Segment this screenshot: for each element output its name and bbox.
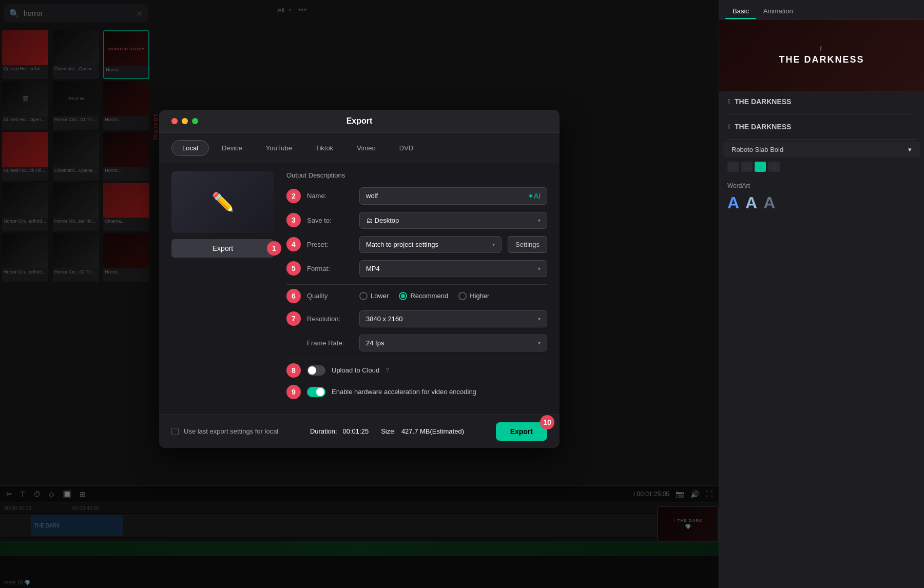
change-thumbnail-button[interactable]: Export [171, 239, 274, 258]
export-btn-wrapper: 10 Export [496, 422, 547, 441]
quality-row: 6 Quality Lower Recommen [286, 289, 547, 303]
wordart-sample-2[interactable]: A [745, 193, 757, 212]
thumbnail-preview: ✏️ [171, 171, 274, 233]
tab-basic[interactable]: Basic [725, 4, 756, 19]
tab-youtube[interactable]: YouTube [255, 140, 303, 156]
step-badge-6: 6 [286, 289, 301, 303]
toggle-knob-cloud [308, 366, 316, 375]
preset-label: Preset: [307, 241, 353, 248]
step-badge-2: 2 [286, 189, 301, 203]
align-right-btn[interactable]: ≡ [755, 162, 766, 172]
quality-higher[interactable]: Higher [458, 292, 489, 300]
radio-dot [401, 294, 405, 298]
tab-dvd[interactable]: DVD [389, 140, 424, 156]
panel-title-text-2: THE DARKNESS [735, 123, 791, 131]
thumbnail-section: ✏️ Export 1 [171, 171, 274, 406]
quality-radio-group: Lower Recommend Higher [359, 292, 489, 300]
wordart-sample-3[interactable]: A [763, 193, 775, 212]
size-label: Size: [381, 427, 396, 435]
save-to-select[interactable]: 🗂 Desktop ▾ [359, 212, 547, 229]
save-to-row: 3 Save to: 🗂 Desktop ▾ [286, 212, 547, 229]
font-selector[interactable]: Roboto Slab Bold ▾ [723, 142, 920, 158]
format-value: MP4 [366, 265, 380, 272]
minimize-button[interactable] [182, 118, 188, 124]
format-label: Format: [307, 265, 353, 272]
modal-tabs: Local Device YouTube Tiktok Vimeo DVD [159, 133, 560, 163]
modal-backdrop: Export Local Device YouTube Tiktok Vimeo… [0, 0, 719, 588]
frame-rate-select[interactable]: 24 fps ▾ [359, 335, 547, 351]
footer-left: Use last export settings for local [171, 427, 278, 435]
align-left-btn[interactable]: ≡ [727, 162, 739, 172]
divider-2 [727, 139, 916, 140]
panel-tabs: Basic Animation [719, 0, 924, 19]
name-label: Name: [307, 192, 353, 200]
form-divider-1 [286, 284, 547, 285]
preset-row: 4 Preset: Match to project settings ▾ Se… [286, 236, 547, 253]
modal-title: Export [346, 116, 373, 126]
tab-device[interactable]: Device [211, 140, 253, 156]
size-stat: Size: 427.7 MB(Estimated) [381, 427, 464, 435]
toggle-knob-hw [316, 388, 324, 396]
step-badge-3: 3 [286, 213, 301, 227]
text-icon-1: ⊺ [727, 99, 730, 105]
hw-accel-label: Enable hardware acceleration for video e… [332, 388, 476, 396]
thumbnail-edit-icon: ✏️ [211, 191, 235, 213]
modal-body: ✏️ Export 1 Output Descriptions 2 [159, 163, 560, 415]
frame-rate-label: Frame Rate: [307, 339, 353, 347]
duration-stat: Duration: 00:01:25 [310, 427, 369, 435]
help-icon[interactable]: ? [386, 367, 389, 374]
maximize-button[interactable] [192, 118, 198, 124]
frame-rate-row: Frame Rate: 24 fps ▾ [286, 335, 547, 351]
darkness-preview-inner: ⊺ THE DARKNESS [779, 46, 864, 65]
quality-label: Quality [307, 292, 353, 300]
quality-lower-label: Lower [371, 292, 389, 300]
step-badge-4: 4 [286, 237, 301, 251]
step-badge-5: 5 [286, 261, 301, 276]
duration-label: Duration: [310, 427, 337, 435]
wordart-section: WordArt A A A [719, 176, 924, 219]
panel-item-1[interactable]: ⊺ THE DARKNESS [719, 91, 924, 112]
settings-button[interactable]: Settings [508, 236, 547, 253]
step-badge-8: 8 [286, 363, 301, 378]
quality-higher-radio[interactable] [458, 292, 467, 300]
resolution-arrow: ▾ [538, 316, 541, 322]
wordart-samples: A A A [727, 193, 916, 212]
close-button[interactable] [171, 118, 178, 124]
hw-accel-toggle[interactable] [307, 387, 325, 397]
resolution-label: Resolution: [307, 315, 353, 323]
align-center-btn[interactable]: ≡ [741, 162, 752, 172]
tab-vimeo[interactable]: Vimeo [346, 140, 387, 156]
font-name-label: Roboto Slab Bold [732, 146, 783, 153]
save-to-arrow: ▾ [538, 218, 541, 223]
quality-lower[interactable]: Lower [359, 292, 389, 300]
font-selector-arrow: ▾ [908, 146, 912, 153]
preset-select[interactable]: Match to project settings ▾ [359, 236, 502, 253]
align-justify-btn[interactable]: ≡ [768, 162, 779, 172]
step-badge-9: 9 [286, 385, 301, 399]
format-select[interactable]: MP4 ▾ [359, 260, 547, 277]
wordart-sample-1[interactable]: A [727, 193, 739, 212]
quality-recommend-radio[interactable] [399, 292, 407, 300]
format-row: 5 Format: MP4 ▾ [286, 260, 547, 277]
panel-title-text-1: THE DARKNESS [735, 97, 791, 106]
format-arrow: ▾ [538, 266, 541, 271]
quality-lower-radio[interactable] [359, 292, 368, 300]
preset-arrow: ▾ [492, 242, 495, 247]
export-button[interactable]: Export [496, 422, 547, 441]
panel-item-2[interactable]: ⊺ THE DARKNESS [719, 116, 924, 137]
tab-animation[interactable]: Animation [756, 4, 800, 19]
step-badge-10: 10 [540, 415, 554, 429]
name-input-wrapper[interactable]: ✦AI [359, 187, 547, 205]
quality-recommend[interactable]: Recommend [399, 292, 448, 300]
right-panel: Basic Animation ⊺ THE DARKNESS ⊺ THE DAR… [719, 0, 924, 588]
ai-icon[interactable]: ✦AI [528, 192, 541, 200]
tab-local[interactable]: Local [171, 140, 209, 156]
upload-cloud-toggle[interactable] [307, 365, 325, 376]
tab-tiktok[interactable]: Tiktok [305, 140, 344, 156]
frame-rate-value: 24 fps [366, 339, 384, 347]
last-export-checkbox[interactable] [171, 428, 179, 435]
name-input[interactable] [366, 192, 528, 200]
quality-higher-label: Higher [470, 292, 489, 300]
text-icon-2: ⊺ [727, 124, 730, 130]
resolution-select[interactable]: 3840 x 2160 ▾ [359, 310, 547, 327]
